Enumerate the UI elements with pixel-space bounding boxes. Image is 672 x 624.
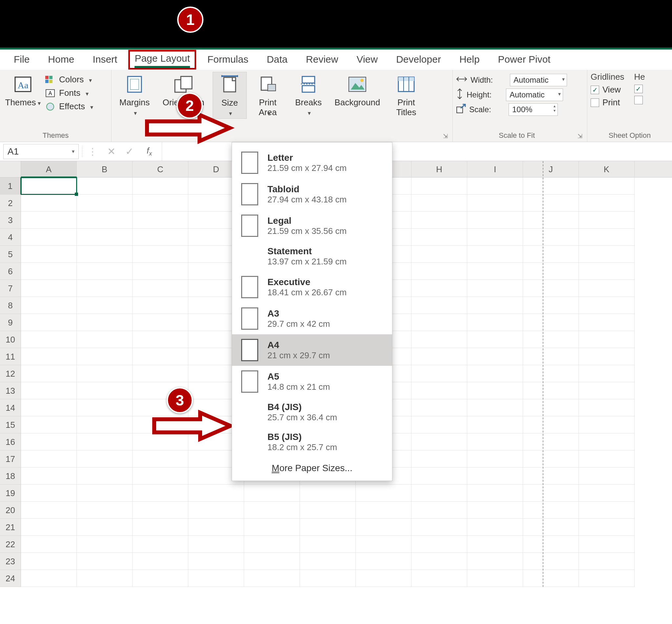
cell-A5[interactable] bbox=[21, 246, 77, 263]
cell-F24[interactable] bbox=[300, 570, 356, 587]
cell-I15[interactable] bbox=[467, 416, 523, 433]
cell-I1[interactable] bbox=[467, 178, 523, 194]
cell-C12[interactable] bbox=[133, 365, 188, 382]
tab-page-layout[interactable]: Page Layout bbox=[128, 50, 196, 70]
col-header-H[interactable]: H bbox=[411, 161, 467, 177]
cell-B17[interactable] bbox=[77, 450, 133, 468]
row-header-20[interactable]: 20 bbox=[0, 502, 21, 519]
cell-A4[interactable] bbox=[21, 229, 77, 246]
cell-H5[interactable] bbox=[411, 246, 467, 263]
size-option-b4-jis-[interactable]: B4 (JIS)25.7 cm x 36.4 cm bbox=[232, 397, 392, 427]
tab-developer[interactable]: Developer bbox=[389, 52, 448, 68]
cell-K13[interactable] bbox=[579, 382, 635, 399]
cell-J9[interactable] bbox=[523, 314, 579, 331]
cell-J3[interactable] bbox=[523, 212, 579, 229]
breaks-button[interactable]: Breaks bbox=[289, 72, 328, 118]
cell-J6[interactable] bbox=[523, 263, 579, 280]
cell-H6[interactable] bbox=[411, 263, 467, 280]
cell-A2[interactable] bbox=[21, 194, 77, 212]
cancel-icon[interactable]: ✕ bbox=[107, 146, 115, 157]
cell-J4[interactable] bbox=[523, 229, 579, 246]
cell-K7[interactable] bbox=[579, 280, 635, 297]
cell-K21[interactable] bbox=[579, 519, 635, 536]
cell-J19[interactable] bbox=[523, 485, 579, 502]
size-option-b5-jis-[interactable]: B5 (JIS)18.2 cm x 25.7 cm bbox=[232, 427, 392, 457]
size-option-statement[interactable]: Statement13.97 cm x 21.59 cm bbox=[232, 241, 392, 271]
cell-C4[interactable] bbox=[133, 229, 188, 246]
cell-F23[interactable] bbox=[300, 553, 356, 570]
col-header-K[interactable]: K bbox=[579, 161, 635, 177]
cell-H3[interactable] bbox=[411, 212, 467, 229]
row-header-14[interactable]: 14 bbox=[0, 399, 21, 416]
cell-K22[interactable] bbox=[579, 536, 635, 553]
cell-A24[interactable] bbox=[21, 570, 77, 587]
cell-E23[interactable] bbox=[244, 553, 300, 570]
cell-G23[interactable] bbox=[356, 553, 411, 570]
row-header-7[interactable]: 7 bbox=[0, 280, 21, 297]
background-button[interactable]: Background bbox=[330, 72, 385, 107]
cell-E20[interactable] bbox=[244, 502, 300, 519]
cell-I3[interactable] bbox=[467, 212, 523, 229]
cell-K12[interactable] bbox=[579, 365, 635, 382]
cell-G20[interactable] bbox=[356, 502, 411, 519]
row-header-19[interactable]: 19 bbox=[0, 485, 21, 502]
cell-K14[interactable] bbox=[579, 399, 635, 416]
themes-button[interactable]: Aa Themes bbox=[3, 72, 43, 108]
cell-B10[interactable] bbox=[77, 331, 133, 348]
row-header-10[interactable]: 10 bbox=[0, 331, 21, 348]
size-option-a3[interactable]: A329.7 cm x 42 cm bbox=[232, 303, 392, 334]
cell-B16[interactable] bbox=[77, 433, 133, 450]
cell-I23[interactable] bbox=[467, 553, 523, 570]
cell-I20[interactable] bbox=[467, 502, 523, 519]
cell-B19[interactable] bbox=[77, 485, 133, 502]
cell-A6[interactable] bbox=[21, 263, 77, 280]
cell-A10[interactable] bbox=[21, 331, 77, 348]
cell-I7[interactable] bbox=[467, 280, 523, 297]
cell-B12[interactable] bbox=[77, 365, 133, 382]
cell-H14[interactable] bbox=[411, 399, 467, 416]
tab-home[interactable]: Home bbox=[41, 52, 81, 68]
cell-B8[interactable] bbox=[77, 297, 133, 314]
cell-A23[interactable] bbox=[21, 553, 77, 570]
cell-C5[interactable] bbox=[133, 246, 188, 263]
row-header-8[interactable]: 8 bbox=[0, 297, 21, 314]
cell-C23[interactable] bbox=[133, 553, 188, 570]
row-header-3[interactable]: 3 bbox=[0, 212, 21, 229]
tab-view[interactable]: View bbox=[350, 52, 385, 68]
cell-K15[interactable] bbox=[579, 416, 635, 433]
cell-J14[interactable] bbox=[523, 399, 579, 416]
tab-file[interactable]: File bbox=[6, 52, 37, 68]
cell-I2[interactable] bbox=[467, 194, 523, 212]
cell-C17[interactable] bbox=[133, 450, 188, 468]
cell-J1[interactable] bbox=[523, 178, 579, 194]
size-option-tabloid[interactable]: Tabloid27.94 cm x 43.18 cm bbox=[232, 179, 392, 210]
cell-H16[interactable] bbox=[411, 433, 467, 450]
row-header-18[interactable]: 18 bbox=[0, 468, 21, 485]
size-option-a4[interactable]: A421 cm x 29.7 cm bbox=[232, 334, 392, 366]
col-header-A[interactable]: A bbox=[21, 161, 77, 177]
cell-H7[interactable] bbox=[411, 280, 467, 297]
cell-H15[interactable] bbox=[411, 416, 467, 433]
tab-help[interactable]: Help bbox=[452, 52, 487, 68]
cell-E24[interactable] bbox=[244, 570, 300, 587]
cell-J5[interactable] bbox=[523, 246, 579, 263]
cell-G21[interactable] bbox=[356, 519, 411, 536]
cell-B23[interactable] bbox=[77, 553, 133, 570]
cell-B22[interactable] bbox=[77, 536, 133, 553]
name-box[interactable]: A1 bbox=[3, 144, 79, 159]
cell-H24[interactable] bbox=[411, 570, 467, 587]
cell-H18[interactable] bbox=[411, 468, 467, 485]
cell-K1[interactable] bbox=[579, 178, 635, 194]
cell-A17[interactable] bbox=[21, 450, 77, 468]
cell-B11[interactable] bbox=[77, 348, 133, 365]
cell-D20[interactable] bbox=[188, 502, 244, 519]
select-all-corner[interactable] bbox=[0, 161, 21, 177]
cell-C3[interactable] bbox=[133, 212, 188, 229]
row-header-22[interactable]: 22 bbox=[0, 536, 21, 553]
cell-B14[interactable] bbox=[77, 399, 133, 416]
cell-H2[interactable] bbox=[411, 194, 467, 212]
row-header-2[interactable]: 2 bbox=[0, 194, 21, 212]
size-option-letter[interactable]: Letter21.59 cm x 27.94 cm bbox=[232, 147, 392, 179]
height-select[interactable]: Automatic bbox=[506, 88, 563, 101]
cell-B4[interactable] bbox=[77, 229, 133, 246]
